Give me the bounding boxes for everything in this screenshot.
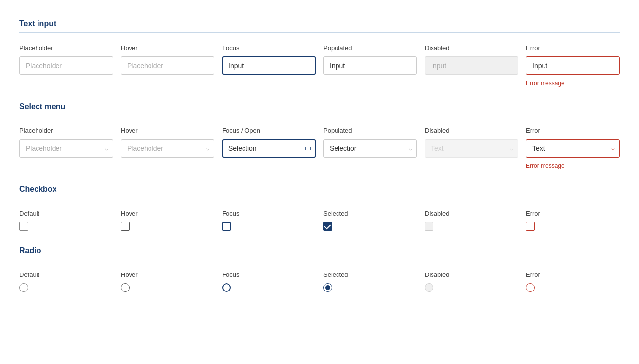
radio-focus-label: Focus — [222, 271, 316, 278]
select-menu-title: Select menu — [19, 102, 620, 111]
checkbox-focus[interactable] — [222, 222, 231, 231]
text-input-focus-label: Focus — [222, 44, 316, 52]
radio-selected-label: Selected — [323, 271, 417, 278]
text-input-hover-label: Hover — [121, 44, 214, 52]
radio-error-label: Error — [526, 271, 620, 278]
radio-focus[interactable] — [222, 283, 231, 292]
text-input-placeholder-col: Placeholder — [19, 44, 113, 75]
radio-hover-label: Hover — [121, 271, 214, 278]
select-placeholder-wrapper: Placeholder ⌵ — [19, 139, 113, 158]
checkbox-section: Checkbox Default Hover Focus Selected — [19, 185, 620, 231]
radio-disabled — [425, 283, 433, 292]
checkbox-selected-col: Selected — [323, 210, 417, 231]
radio-selected[interactable] — [323, 283, 332, 292]
checkbox-default-label: Default — [19, 210, 113, 217]
select-populated-col: Populated Selection ⌵ — [323, 127, 417, 158]
radio-title: Radio — [19, 246, 620, 255]
checkbox-focus-col: Focus — [222, 210, 316, 231]
radio-hover-col: Hover — [121, 271, 214, 292]
select-focus[interactable]: Selection — [222, 139, 316, 158]
radio-states-row: Default Hover Focus Selected Disabled Er… — [19, 271, 620, 292]
select-menu-section: Select menu Placeholder Placeholder ⌵ Ho… — [19, 102, 620, 169]
checkbox-hover-label: Hover — [121, 210, 214, 217]
select-focus-col: Focus / Open Selection ⌴ — [222, 127, 316, 158]
select-menu-divider — [19, 115, 620, 115]
checkbox-default-col: Default — [19, 210, 113, 231]
text-input-error-col: Error Error message — [526, 44, 620, 87]
select-disabled-wrapper: Text ⌵ — [425, 139, 518, 158]
select-disabled: Text — [425, 139, 518, 158]
checkbox-error-col: Error — [526, 210, 620, 231]
select-populated-wrapper: Selection ⌵ — [323, 139, 417, 158]
radio-default-col: Default — [19, 271, 113, 292]
text-input-hover[interactable] — [121, 56, 214, 75]
checkbox-selected[interactable] — [323, 222, 332, 231]
radio-hover[interactable] — [121, 283, 130, 292]
text-input-disabled — [425, 56, 518, 75]
checkbox-states-row: Default Hover Focus Selected Disabled — [19, 210, 620, 231]
select-error-wrapper: Text ⌵ — [526, 139, 620, 158]
select-placeholder-col: Placeholder Placeholder ⌵ — [19, 127, 113, 158]
select-placeholder[interactable]: Placeholder — [19, 139, 113, 158]
radio-default[interactable] — [19, 283, 28, 292]
select-menu-states-row: Placeholder Placeholder ⌵ Hover Placehol… — [19, 127, 620, 169]
radio-error-col: Error — [526, 271, 620, 292]
radio-error[interactable] — [526, 283, 535, 292]
checkbox-error[interactable] — [526, 222, 535, 231]
text-input-populated-label: Populated — [323, 44, 417, 52]
text-input-placeholder[interactable] — [19, 56, 113, 75]
text-input-states-row: Placeholder Hover Focus Populated Disabl… — [19, 44, 620, 87]
text-input-title: Text input — [19, 19, 620, 28]
text-input-divider — [19, 32, 620, 33]
text-input-focus-col: Focus — [222, 44, 316, 75]
select-error-message: Error message — [526, 163, 620, 169]
select-focus-wrapper: Selection ⌴ — [222, 139, 316, 158]
checkbox-focus-label: Focus — [222, 210, 316, 217]
checkbox-selected-label: Selected — [323, 210, 417, 217]
select-hover[interactable]: Placeholder — [121, 139, 214, 158]
text-input-populated-col: Populated — [323, 44, 417, 75]
text-input-hover-col: Hover — [121, 44, 214, 75]
radio-section: Radio Default Hover Focus Selected Disab… — [19, 246, 620, 292]
select-populated[interactable]: Selection — [323, 139, 417, 158]
select-hover-col: Hover Placeholder ⌵ — [121, 127, 214, 158]
select-hover-wrapper: Placeholder ⌵ — [121, 139, 214, 158]
radio-default-label: Default — [19, 271, 113, 278]
checkbox-disabled — [425, 222, 433, 231]
text-input-error[interactable] — [526, 56, 620, 75]
checkbox-title: Checkbox — [19, 185, 620, 194]
text-input-focus[interactable] — [222, 56, 316, 75]
select-disabled-label: Disabled — [425, 127, 518, 134]
select-populated-label: Populated — [323, 127, 417, 134]
checkbox-error-container[interactable] — [526, 222, 620, 231]
radio-focus-col: Focus — [222, 271, 316, 292]
text-input-disabled-label: Disabled — [425, 44, 518, 52]
checkbox-disabled-label: Disabled — [425, 210, 518, 217]
checkbox-hover-col: Hover — [121, 210, 214, 231]
select-error[interactable]: Text — [526, 139, 620, 158]
checkbox-hover-container[interactable] — [121, 222, 214, 231]
select-disabled-col: Disabled Text ⌵ — [425, 127, 518, 158]
text-input-error-label: Error — [526, 44, 620, 52]
radio-selected-col: Selected — [323, 271, 417, 292]
text-input-disabled-col: Disabled — [425, 44, 518, 75]
checkbox-default-container[interactable] — [19, 222, 113, 231]
radio-disabled-label: Disabled — [425, 271, 518, 278]
checkbox-disabled-container — [425, 222, 518, 231]
select-hover-label: Hover — [121, 127, 214, 134]
text-input-error-message: Error message — [526, 80, 620, 87]
radio-disabled-col: Disabled — [425, 271, 518, 292]
radio-divider — [19, 259, 620, 259]
select-error-col: Error Text ⌵ Error message — [526, 127, 620, 169]
text-input-section: Text input Placeholder Hover Focus Popul… — [19, 19, 620, 87]
checkbox-selected-container[interactable] — [323, 222, 417, 231]
checkbox-error-label: Error — [526, 210, 620, 217]
checkbox-focus-container[interactable] — [222, 222, 316, 231]
checkbox-disabled-col: Disabled — [425, 210, 518, 231]
checkbox-default[interactable] — [19, 222, 28, 231]
checkbox-divider — [19, 198, 620, 198]
text-input-placeholder-label: Placeholder — [19, 44, 113, 52]
text-input-populated[interactable] — [323, 56, 417, 75]
select-focus-label: Focus / Open — [222, 127, 316, 134]
checkbox-hover[interactable] — [121, 222, 130, 231]
